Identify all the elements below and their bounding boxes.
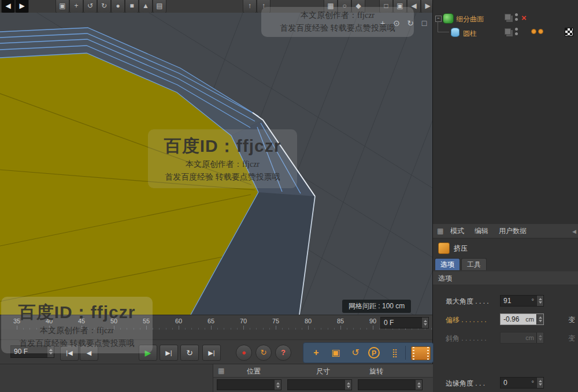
viewport-toggle-icon[interactable]: □ <box>418 17 430 29</box>
panel-grid-icon[interactable]: ▦ <box>437 227 443 235</box>
attribute-menu-bar: ▦ 模式 编辑 用户数据 ◀ <box>433 224 578 238</box>
spinner[interactable] <box>415 380 422 390</box>
visibility-dots-icon[interactable] <box>515 28 518 37</box>
tag-dot-icon[interactable] <box>531 29 536 34</box>
coordinate-field[interactable] <box>358 379 423 390</box>
menu-item-user-data[interactable]: 用户数据 <box>499 226 527 236</box>
app-window: ◀ ▶ ▣ + ↺ ↻ ● ■ ▲ ▤ ↑ ↑ ▦ ○ ◆ □ ▣ ◀ ▶ <box>0 0 578 392</box>
select-tool-button[interactable]: ▣ <box>55 0 69 13</box>
autokey-parameter-button[interactable]: P <box>368 347 380 359</box>
watermark-top: 本文原创作者：ffjczr 首发百度经验 转载要点赞投票哦 <box>261 7 414 37</box>
extrude-icon <box>438 242 450 254</box>
spinner[interactable] <box>274 380 281 390</box>
tree-branch-line <box>438 21 438 32</box>
panel-collapse-icon[interactable]: ◀ <box>572 229 576 234</box>
field-label: 最大角度 . . . . <box>446 297 489 307</box>
field-label: 偏移 . . . . . . . <box>446 315 487 325</box>
watermark-middle: 百度ID：ffjczr 本文原创作者：ffjczr 首发百度经验 转载要点赞投票… <box>148 129 297 188</box>
menu-item-mode[interactable]: 模式 <box>450 226 464 236</box>
spinner[interactable] <box>344 380 351 390</box>
autokey-scale-button[interactable]: ▣ <box>328 345 344 360</box>
extrude-label: 挤压 <box>454 244 468 253</box>
field-row-bevel: 斜角 . . . . . . . cm 变 <box>433 329 578 346</box>
section-header-options[interactable]: 选项 <box>433 271 578 285</box>
autokey-filter-group: + ▣ ↺ P ⣿ <box>303 342 433 363</box>
spinner[interactable] <box>536 296 543 306</box>
redo-button[interactable]: ↻ <box>97 0 111 13</box>
menu-item-edit[interactable]: 编辑 <box>475 226 488 236</box>
watermark-line: 本文原创作者：ffjczr <box>150 158 295 171</box>
position-header: 位置 <box>236 367 271 376</box>
spinner[interactable] <box>536 378 543 388</box>
spinner[interactable] <box>421 318 428 328</box>
next-frame-button[interactable]: ▶| <box>160 345 178 361</box>
watermark-line: 首发百度经验 转载要点赞投票哦 <box>2 337 151 350</box>
field-row-max-angle: 最大角度 . . . . 91 ° <box>433 292 578 309</box>
field-row-edge-angle: 边缘角度 . . . 0 ° <box>433 374 578 391</box>
object-label[interactable]: 圆柱 <box>463 29 477 39</box>
end-frame-field[interactable]: 0 F <box>380 317 429 328</box>
right-panel: − 细分曲面 × 圆柱 ▦ <box>432 0 578 392</box>
visibility-dots-icon[interactable] <box>515 13 518 23</box>
texture-tag-icon[interactable] <box>565 28 573 36</box>
bevel-field: cm <box>500 332 544 344</box>
spinner[interactable] <box>536 314 543 324</box>
coordinate-field[interactable] <box>287 379 352 390</box>
coordinate-header: ▦ 位置 尺寸 旋转 <box>213 364 433 378</box>
nav-forward-button[interactable]: ▶ <box>15 0 29 13</box>
attribute-tabs: 选项 工具 <box>433 257 578 272</box>
watermark-line: 本文原创作者：ffjczr <box>265 9 410 22</box>
undo-button[interactable]: ↺ <box>83 0 97 13</box>
toolbar-button-a[interactable]: ↑ <box>243 0 257 13</box>
goto-end-button[interactable]: ▶| <box>202 345 221 361</box>
bottom-left-panel <box>0 364 213 392</box>
subdivision-surface-icon <box>443 13 454 24</box>
tick-label: 65 <box>205 318 217 324</box>
grid-spacing-label: 网格间距 : 100 cm <box>342 300 411 313</box>
movie-record-button[interactable] <box>411 346 431 360</box>
primitive-button[interactable]: ▲ <box>139 0 153 13</box>
coordinate-field[interactable] <box>217 379 281 390</box>
tab-options[interactable]: 选项 <box>435 258 460 270</box>
tick-label: 80 <box>302 318 314 324</box>
tag-dot-icon[interactable] <box>538 29 543 34</box>
object-manager[interactable]: − 细分曲面 × 圆柱 <box>433 0 578 225</box>
tick-label: 75 <box>270 318 281 324</box>
autokey-position-button[interactable]: + <box>308 345 324 360</box>
layer-toggle-icon[interactable] <box>505 14 511 20</box>
layers-button[interactable]: ▤ <box>153 0 166 13</box>
field-label: 斜角 . . . . . . . <box>446 334 487 344</box>
size-header: 尺寸 <box>306 367 340 376</box>
spinner <box>536 333 543 343</box>
tick-label: 70 <box>238 318 249 324</box>
object-label[interactable]: 细分曲面 <box>456 14 484 24</box>
layer-toggle-icon[interactable] <box>505 28 511 35</box>
cube-primitive-button[interactable]: ■ <box>125 0 139 13</box>
toolbar-button-i[interactable]: ▶ <box>421 0 432 13</box>
nav-back-button[interactable]: ◀ <box>1 0 15 13</box>
disable-x-icon[interactable]: × <box>521 14 527 22</box>
edge-angle-field[interactable]: 0 ° <box>500 377 544 389</box>
tab-tool[interactable]: 工具 <box>461 258 487 270</box>
field-row-offset: 偏移 . . . . . . . -0.96 cm 变 <box>433 311 578 328</box>
max-angle-field[interactable]: 91 ° <box>500 295 544 307</box>
render-button[interactable]: ● <box>111 0 125 13</box>
tree-expander-icon[interactable]: − <box>435 16 442 22</box>
watermark-line: 首发百度经验 转载要点赞投票哦 <box>265 22 410 35</box>
offset-field[interactable]: -0.96 cm <box>500 313 544 325</box>
autokey-point-level-button[interactable]: ⣿ <box>387 345 403 360</box>
watermark-line: 本文原创作者：ffjczr <box>2 324 151 337</box>
move-tool-button[interactable]: + <box>69 0 83 13</box>
attribute-object-row[interactable]: 挤压 <box>433 238 578 257</box>
watermark-bottom: 百度ID：ffjczr 本文原创作者：ffjczr 首发百度经验 转载要点赞投票… <box>1 297 153 353</box>
loop-playback-button[interactable]: ↻ <box>180 345 199 361</box>
tree-branch-line <box>438 32 449 32</box>
coordinate-grid-icon[interactable]: ▦ <box>218 367 224 375</box>
field-suffix: 变 <box>568 315 575 325</box>
record-keyframe-button[interactable]: ● <box>236 345 252 361</box>
cylinder-icon <box>451 28 460 37</box>
autokey-rotation-button[interactable]: ↺ <box>347 345 364 360</box>
divider <box>405 346 406 360</box>
autokeying-button[interactable]: ↻ <box>255 345 272 361</box>
record-help-button[interactable]: ? <box>275 345 291 361</box>
